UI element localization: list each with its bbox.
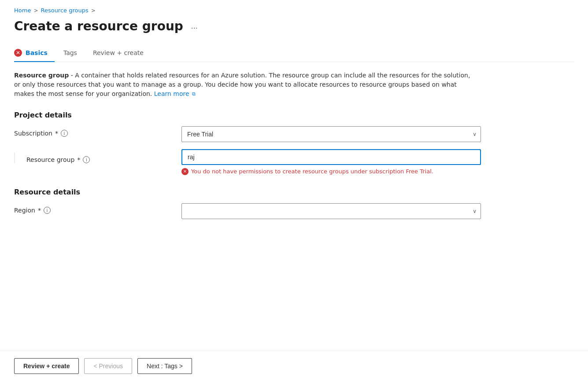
resource-group-input[interactable]: [181, 149, 481, 165]
breadcrumb-separator-2: >: [91, 7, 96, 14]
breadcrumb-resource-groups[interactable]: Resource groups: [41, 7, 88, 14]
project-details-title: Project details: [14, 111, 574, 119]
resource-group-label: Resource group: [26, 156, 74, 163]
breadcrumb-separator-1: >: [33, 7, 38, 14]
description-body: - A container that holds related resourc…: [14, 72, 470, 97]
resource-group-error: ✕ You do not have permissions to create …: [181, 168, 481, 176]
tab-basics-error-icon: ✕: [14, 49, 22, 57]
region-input-col: ∨: [181, 203, 481, 219]
subscription-input-col: Free Trial ∨: [181, 126, 481, 142]
breadcrumb-home[interactable]: Home: [14, 7, 31, 14]
region-select-wrapper: ∨: [181, 203, 481, 219]
tabs-container: ✕ Basics Tags Review + create: [14, 44, 574, 62]
next-tags-button[interactable]: Next : Tags >: [137, 358, 192, 374]
external-link-icon: ⧉: [192, 91, 196, 97]
region-field-row: Region * i ∨: [14, 203, 574, 219]
ellipsis-button[interactable]: ...: [188, 20, 201, 33]
resource-group-field-row: Resource group * i ✕ You do not have per…: [14, 149, 574, 176]
review-create-button[interactable]: Review + create: [14, 358, 79, 374]
tab-tags[interactable]: Tags: [63, 45, 84, 62]
resource-group-label-col: Resource group * i: [19, 153, 181, 163]
page-title: Create a resource group: [14, 19, 183, 33]
tab-tags-label: Tags: [63, 49, 77, 56]
region-required-marker: *: [38, 207, 41, 214]
subscription-label-col: Subscription * i: [14, 126, 181, 137]
subscription-field-row: Subscription * i Free Trial ∨: [14, 126, 574, 142]
subscription-required-marker: *: [55, 130, 58, 137]
region-label-col: Region * i: [14, 203, 181, 214]
tab-review-create[interactable]: Review + create: [93, 45, 151, 62]
previous-button[interactable]: < Previous: [84, 358, 132, 374]
tab-basics[interactable]: ✕ Basics: [14, 44, 55, 62]
page-title-row: Create a resource group ...: [14, 19, 574, 33]
subscription-select-wrapper: Free Trial ∨: [181, 126, 481, 142]
description-text: Resource group - A container that holds …: [14, 71, 477, 99]
region-label: Region: [14, 207, 35, 214]
resource-group-info-icon[interactable]: i: [83, 156, 90, 163]
resource-details-section: Resource details Region * i ∨: [14, 188, 574, 219]
tab-review-create-label: Review + create: [93, 49, 144, 56]
subscription-info-icon[interactable]: i: [61, 130, 68, 137]
subscription-label: Subscription: [14, 130, 52, 137]
resource-details-title: Resource details: [14, 188, 574, 196]
bottom-toolbar: Review + create < Previous Next : Tags >: [0, 351, 588, 381]
description-bold: Resource group: [14, 72, 69, 79]
subscription-select[interactable]: Free Trial: [181, 126, 481, 142]
tab-basics-label: Basics: [26, 49, 48, 56]
resource-group-error-text: You do not have permissions to create re…: [191, 168, 433, 176]
resource-group-error-icon: ✕: [181, 168, 189, 175]
learn-more-link[interactable]: Learn more ⧉: [154, 90, 196, 97]
region-select[interactable]: [181, 203, 481, 219]
resource-group-label-wrapper: Resource group * i: [14, 149, 181, 163]
resource-group-input-col: ✕ You do not have permissions to create …: [181, 149, 481, 176]
region-info-icon[interactable]: i: [44, 207, 51, 214]
breadcrumb: Home > Resource groups >: [14, 7, 574, 14]
resource-group-required-marker: *: [77, 156, 80, 163]
indent-line: [14, 153, 15, 163]
project-details-section: Project details Subscription * i Free Tr…: [14, 111, 574, 176]
